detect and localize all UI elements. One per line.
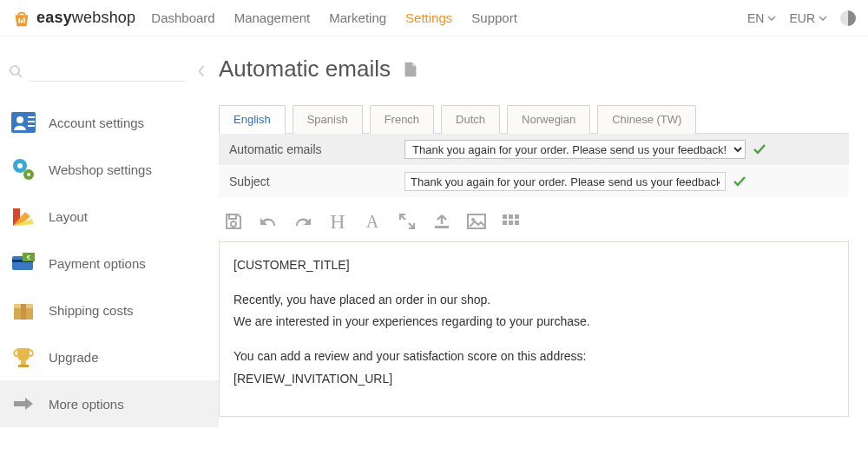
svg-line-4 bbox=[18, 74, 22, 77]
form-label: Subject bbox=[219, 166, 404, 197]
sidebar-collapse-toggle[interactable] bbox=[194, 61, 208, 82]
svg-point-13 bbox=[27, 173, 30, 176]
sidebar-search-input[interactable] bbox=[30, 61, 186, 82]
swatches-icon bbox=[10, 203, 36, 229]
currency-switcher[interactable]: EUR bbox=[789, 11, 828, 25]
svg-point-3 bbox=[10, 66, 19, 75]
fullscreen-icon bbox=[398, 212, 417, 231]
sidebar-item-upgrade[interactable]: Upgrade bbox=[0, 333, 219, 380]
svg-rect-0 bbox=[18, 18, 20, 23]
editor-toolbar: H A bbox=[219, 198, 849, 241]
automatic-emails-select[interactable]: Thank you again for your order. Please s… bbox=[404, 140, 746, 159]
fullscreen-button[interactable] bbox=[396, 210, 418, 233]
upload-button[interactable] bbox=[431, 210, 453, 233]
email-body-editor[interactable]: [CUSTOMER_TITLE]Recently, you have place… bbox=[219, 241, 849, 417]
svg-rect-21 bbox=[21, 361, 26, 365]
svg-rect-24 bbox=[229, 214, 236, 219]
nav-settings[interactable]: Settings bbox=[405, 10, 452, 25]
grid-icon bbox=[502, 214, 521, 229]
lang-tab-norwegian[interactable]: Norwegian bbox=[507, 105, 590, 134]
sidebar-item-label: Layout bbox=[49, 209, 88, 224]
save-button[interactable] bbox=[222, 210, 245, 233]
sidebar-item-label: Payment options bbox=[49, 256, 146, 271]
sidebar-item-label: More options bbox=[49, 397, 124, 412]
language-switcher[interactable]: EN bbox=[747, 11, 777, 25]
svg-point-11 bbox=[17, 163, 23, 168]
svg-rect-32 bbox=[503, 221, 507, 225]
fontsize-button[interactable]: A bbox=[361, 210, 384, 233]
lang-tab-dutch[interactable]: Dutch bbox=[441, 105, 500, 134]
theme-toggle[interactable] bbox=[840, 10, 856, 26]
svg-rect-33 bbox=[509, 221, 513, 225]
sidebar: Account settingsWebshop settingsLayout€P… bbox=[0, 36, 219, 427]
svg-rect-31 bbox=[515, 214, 519, 219]
svg-rect-29 bbox=[503, 214, 507, 219]
editor-line: [REVIEW_INVITATION_URL] bbox=[233, 370, 834, 389]
image-button[interactable] bbox=[465, 210, 488, 233]
redo-button[interactable] bbox=[292, 210, 314, 233]
undo-icon bbox=[258, 212, 279, 231]
check-icon bbox=[753, 142, 766, 156]
heading-button[interactable]: H bbox=[326, 210, 349, 233]
save-icon bbox=[223, 211, 244, 232]
sidebar-item-webshop-settings[interactable]: Webshop settings bbox=[0, 146, 219, 193]
sidebar-item-label: Account settings bbox=[49, 115, 144, 130]
lang-tab-french[interactable]: French bbox=[370, 105, 434, 134]
svg-rect-2 bbox=[23, 17, 25, 23]
check-icon bbox=[733, 175, 746, 188]
form-row-subject: Subject bbox=[219, 166, 849, 198]
lang-tab-english[interactable]: English bbox=[219, 105, 286, 134]
editor-line: Recently, you have placed an order in ou… bbox=[233, 291, 834, 310]
nav-marketing[interactable]: Marketing bbox=[329, 10, 386, 25]
svg-rect-23 bbox=[14, 401, 25, 406]
editor-line: You can add a review and your satisfacti… bbox=[233, 347, 834, 366]
trophy-icon bbox=[10, 344, 36, 370]
arrow-icon bbox=[10, 391, 36, 417]
svg-rect-20 bbox=[21, 304, 26, 320]
nav-dashboard[interactable]: Dashboard bbox=[151, 10, 214, 25]
email-form: Automatic emails Thank you again for you… bbox=[219, 133, 849, 198]
chevron-down-icon bbox=[818, 13, 828, 23]
svg-point-25 bbox=[231, 221, 236, 227]
svg-rect-1 bbox=[21, 19, 23, 23]
undo-button[interactable] bbox=[257, 210, 279, 233]
svg-rect-8 bbox=[28, 121, 35, 122]
image-icon bbox=[466, 213, 487, 230]
sidebar-item-layout[interactable]: Layout bbox=[0, 193, 219, 240]
sidebar-item-label: Shipping costs bbox=[49, 303, 134, 318]
editor-line: We are interested in your experiences re… bbox=[233, 313, 834, 332]
editor-line: [CUSTOMER_TITLE] bbox=[233, 256, 834, 275]
page-title: Automatic emails bbox=[219, 56, 849, 82]
nav-management[interactable]: Management bbox=[234, 10, 311, 25]
lang-tab-chinese-tw-[interactable]: Chinese (TW) bbox=[597, 105, 696, 134]
top-right-controls: EN EUR bbox=[747, 10, 856, 26]
top-nav: easywebshop DashboardManagementMarketing… bbox=[0, 0, 868, 36]
gears-icon bbox=[10, 156, 36, 182]
nav-support[interactable]: Support bbox=[471, 10, 517, 25]
sidebar-item-payment-options[interactable]: €Payment options bbox=[0, 240, 219, 287]
sidebar-item-more-options[interactable]: More options bbox=[0, 380, 219, 427]
search-icon bbox=[9, 64, 23, 78]
account-icon bbox=[10, 109, 36, 135]
primary-nav: DashboardManagementMarketingSettingsSupp… bbox=[151, 10, 517, 25]
svg-rect-22 bbox=[18, 365, 29, 367]
brand-logo[interactable]: easywebshop bbox=[12, 9, 135, 28]
brand-text: easywebshop bbox=[36, 9, 135, 27]
subject-input[interactable] bbox=[404, 172, 726, 191]
grid-button[interactable] bbox=[500, 210, 523, 233]
card-icon: € bbox=[10, 250, 36, 276]
form-row-template-select: Automatic emails Thank you again for you… bbox=[219, 134, 849, 166]
svg-rect-30 bbox=[509, 214, 513, 219]
main-content: Automatic emails EnglishSpanishFrenchDut… bbox=[219, 36, 868, 427]
fontsize-icon: A bbox=[366, 213, 378, 230]
svg-rect-9 bbox=[28, 125, 35, 127]
chevron-left-icon bbox=[197, 63, 206, 79]
heading-icon: H bbox=[330, 211, 345, 232]
lang-tab-spanish[interactable]: Spanish bbox=[293, 105, 363, 134]
form-label: Automatic emails bbox=[219, 134, 404, 165]
svg-rect-34 bbox=[515, 221, 519, 225]
sidebar-item-account-settings[interactable]: Account settings bbox=[0, 99, 219, 146]
sidebar-item-shipping-costs[interactable]: Shipping costs bbox=[0, 287, 219, 333]
sidebar-item-label: Upgrade bbox=[49, 350, 99, 365]
language-tabs: EnglishSpanishFrenchDutchNorwegianChines… bbox=[219, 105, 849, 134]
